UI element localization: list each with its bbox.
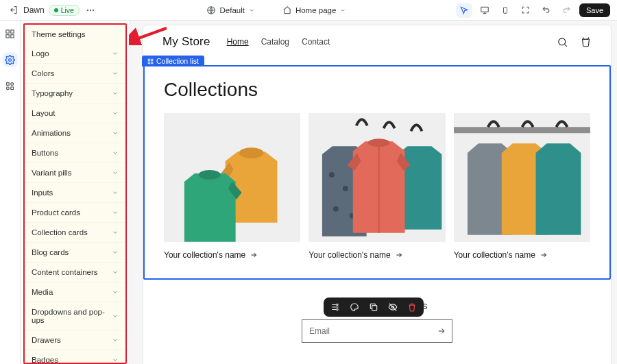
section-title: Collections (164, 79, 590, 101)
svg-point-16 (558, 38, 565, 45)
chevron-down-icon (112, 249, 119, 256)
sidebar-item-collection-cards[interactable]: Collection cards (25, 222, 125, 242)
store-name: My Store (162, 35, 210, 49)
sidebar-item-blog-cards[interactable]: Blog cards (25, 242, 125, 262)
sidebar-item-label: Media (32, 288, 53, 296)
storefront-nav: Home Catalog Contact (227, 37, 330, 47)
svg-rect-13 (11, 86, 14, 89)
submit-email-button[interactable] (431, 326, 452, 336)
toolbar-delete[interactable] (406, 301, 418, 313)
viewport-fullscreen[interactable] (518, 3, 534, 18)
chevron-down-icon (112, 356, 119, 363)
svg-point-26 (343, 186, 348, 191)
chevron-down-icon (112, 169, 119, 176)
rail-theme-settings[interactable] (3, 52, 18, 67)
svg-point-15 (7, 86, 10, 89)
svg-rect-19 (148, 62, 150, 64)
sidebar-item-typography[interactable]: Typography (25, 83, 125, 103)
page-selector-label: Home page (295, 6, 336, 14)
toolbar-settings[interactable] (329, 301, 341, 313)
svg-point-2 (93, 9, 94, 10)
sidebar-item-buttons[interactable]: Buttons (25, 143, 125, 162)
svg-rect-9 (6, 34, 9, 37)
sidebar-item-label: Content containers (32, 268, 98, 276)
context-selector[interactable]: Default (202, 3, 258, 17)
sidebar-item-label: Colors (32, 69, 54, 77)
search-icon[interactable] (556, 36, 568, 48)
live-badge-label: Live (61, 6, 74, 14)
chevron-down-icon (112, 313, 119, 319)
top-bar: Dawn Live Default Home page (0, 0, 617, 21)
svg-point-33 (337, 308, 338, 310)
rail-sections[interactable] (3, 26, 18, 41)
chevron-down-icon (339, 7, 346, 14)
inspector-toggle[interactable] (456, 3, 472, 18)
collection-caption-label: Your collection's name (308, 250, 390, 260)
collection-caption: Your collection's name (308, 250, 402, 260)
sidebar-item-animations[interactable]: Animations (25, 123, 125, 143)
sidebar-item-label: Animations (32, 129, 71, 137)
sidebar-item-variant-pills[interactable]: Variant pills (25, 162, 125, 182)
sidebar-item-layout[interactable]: Layout (25, 103, 125, 123)
sidebar-item-badges[interactable]: Badges (25, 350, 125, 364)
svg-point-25 (329, 172, 335, 178)
chevron-down-icon (248, 7, 255, 14)
sidebar-item-product-cards[interactable]: Product cards (25, 202, 125, 222)
sidebar-item-logo[interactable]: Logo (25, 44, 125, 63)
collection-card[interactable]: Your collection's name (308, 113, 445, 260)
collection-card[interactable]: Your collection's name (164, 113, 300, 260)
live-badge: Live (49, 5, 80, 16)
sidebar-item-label: Dropdowns and pop-ups (32, 308, 112, 324)
cart-icon[interactable] (579, 36, 592, 48)
svg-point-32 (337, 304, 338, 305)
nav-catalog[interactable]: Catalog (261, 37, 289, 47)
storefront-header: My Store Home Catalog Contact (143, 25, 611, 56)
sidebar-item-label: Blog cards (32, 248, 69, 256)
viewport-desktop[interactable] (476, 3, 493, 18)
svg-rect-10 (11, 34, 14, 37)
sidebar-item-colors[interactable]: Colors (25, 63, 125, 83)
chevron-down-icon (112, 289, 119, 295)
collection-card[interactable]: Your collection's name (454, 113, 590, 260)
toolbar-palette[interactable] (348, 301, 361, 313)
sidebar-item-label: Logo (32, 49, 49, 58)
rail-app-embeds[interactable] (3, 78, 18, 93)
toolbar-hide[interactable] (387, 301, 399, 313)
svg-rect-12 (7, 82, 10, 85)
email-field[interactable] (302, 326, 431, 336)
svg-rect-18 (151, 59, 153, 61)
sidebar-item-dropdowns[interactable]: Dropdowns and pop-ups (25, 302, 125, 330)
svg-point-14 (11, 82, 14, 85)
sidebar-item-drawers[interactable]: Drawers (25, 330, 125, 350)
left-rail (0, 21, 21, 364)
nav-home[interactable]: Home (227, 37, 249, 47)
theme-settings-sidebar: Theme settings Logo Colors Typography La… (21, 21, 130, 364)
page-selector[interactable]: Home page (278, 3, 350, 17)
sidebar-item-label: Collection cards (32, 228, 88, 236)
sidebar-item-content-containers[interactable]: Content containers (25, 262, 125, 282)
preview-canvas-wrap: My Store Home Catalog Contact (130, 21, 617, 364)
toolbar-duplicate[interactable] (367, 301, 380, 313)
svg-point-22 (239, 147, 264, 158)
chevron-down-icon (112, 229, 119, 236)
chevron-down-icon (112, 70, 119, 77)
arrow-right-icon (437, 326, 446, 336)
chevron-down-icon (112, 90, 119, 97)
chevron-down-icon (112, 110, 119, 117)
viewport-mobile[interactable] (497, 3, 513, 18)
sidebar-item-media[interactable]: Media (25, 282, 125, 302)
exit-icon[interactable] (7, 4, 19, 16)
svg-rect-31 (454, 127, 590, 133)
sidebar-item-label: Badges (32, 356, 58, 364)
nav-contact[interactable]: Contact (302, 37, 330, 47)
collections-row: Your collection's name (164, 113, 590, 260)
more-actions-button[interactable] (84, 3, 97, 17)
svg-point-11 (9, 58, 12, 61)
redo-button[interactable] (559, 3, 575, 18)
globe-icon (206, 5, 216, 15)
collection-list-section[interactable]: Collections (143, 65, 611, 280)
svg-rect-34 (372, 306, 377, 311)
save-button[interactable]: Save (579, 3, 610, 17)
sidebar-item-inputs[interactable]: Inputs (25, 182, 125, 202)
undo-button[interactable] (538, 3, 555, 18)
